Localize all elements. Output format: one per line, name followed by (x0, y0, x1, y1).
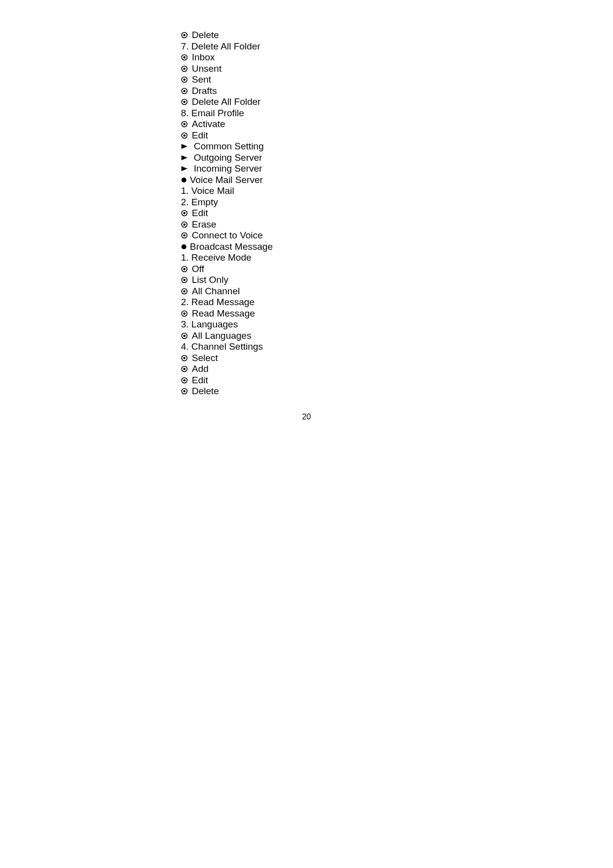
bullet-circle-dot-icon (181, 330, 190, 342)
list-item: Edit (181, 375, 428, 386)
list-item-label: Edit (192, 130, 208, 141)
list-item-label: Edit (192, 375, 208, 386)
list-item: List Only (181, 274, 428, 286)
svg-point-36 (183, 334, 186, 337)
bullet-circle-dot-icon (181, 96, 190, 108)
bullet-circle-dot-icon (181, 286, 190, 297)
bullet-circle-dot-icon (181, 208, 190, 219)
svg-point-34 (183, 312, 186, 315)
list-item-label: Connect to Voice (192, 230, 263, 241)
list-item: Edit (181, 130, 428, 141)
svg-point-1 (183, 34, 186, 37)
list-item-label: 1. Receive Mode (181, 252, 252, 264)
svg-point-38 (183, 357, 186, 359)
svg-point-19 (181, 178, 186, 183)
list-item: Incoming Server (181, 163, 428, 175)
list-item-label: Delete (192, 30, 219, 41)
svg-marker-16 (181, 144, 187, 149)
svg-point-42 (183, 379, 186, 381)
svg-point-3 (183, 56, 186, 59)
list-item-label: 7. Delete All Folder (181, 41, 261, 52)
list-item-label: List Only (192, 274, 228, 286)
list-item: Inbox (181, 52, 428, 63)
list-item: Select (181, 353, 428, 364)
bullet-circle-dot-icon (181, 52, 190, 63)
list-item: 3. Languages (181, 319, 428, 330)
bullet-circle-dot-icon (181, 264, 190, 275)
bullet-circle-dot-icon (181, 386, 190, 397)
bullet-circle-dot-icon (181, 119, 190, 130)
bullet-circle-dot-icon (181, 86, 190, 97)
list-item-label: Incoming Server (194, 163, 262, 175)
list-item: 1. Receive Mode (181, 252, 428, 264)
svg-point-32 (183, 290, 186, 292)
list-item: 1. Voice Mail (181, 185, 428, 197)
bullet-circle-dot-icon (181, 74, 190, 86)
svg-marker-17 (181, 155, 187, 160)
list-item: Drafts (181, 86, 428, 97)
list-item: Broadcast Message (181, 241, 428, 253)
bullet-circle-dot-icon (181, 63, 190, 75)
list-item-label: Sent (192, 74, 211, 86)
bullet-circle-dot-icon (181, 308, 190, 320)
list-item: Read Message (181, 308, 428, 320)
list-item-label: 2. Read Message (181, 297, 255, 308)
bullet-circle-dot-icon (181, 274, 190, 286)
outline-list: Delete7. Delete All FolderInboxUnsentSen… (181, 30, 428, 397)
list-item-label: Add (192, 364, 209, 375)
list-item-label: Select (192, 353, 218, 364)
list-item-label: All Channel (192, 286, 240, 297)
svg-point-15 (183, 134, 186, 137)
svg-point-23 (183, 223, 186, 226)
list-item-label: Outgoing Server (194, 152, 262, 164)
bullet-disc-icon (181, 175, 190, 186)
list-item-label: 2. Empty (181, 197, 218, 208)
list-item: Connect to Voice (181, 230, 428, 241)
list-item: Erase (181, 219, 428, 230)
list-item: Edit (181, 208, 428, 219)
list-item-label: Voice Mail Server (190, 175, 263, 186)
list-item: 2. Read Message (181, 297, 428, 308)
list-item: Outgoing Server (181, 152, 428, 164)
list-item-label: Delete All Folder (192, 96, 261, 108)
list-item-label: Inbox (192, 52, 215, 63)
svg-point-13 (183, 123, 186, 126)
svg-point-5 (183, 67, 186, 70)
svg-point-26 (181, 244, 186, 249)
list-item: Delete All Folder (181, 96, 428, 108)
list-item: Delete (181, 386, 428, 397)
list-item: All Channel (181, 286, 428, 297)
bullet-circle-dot-icon (181, 30, 190, 41)
list-item: Activate (181, 119, 428, 130)
list-item: 2. Empty (181, 197, 428, 208)
bullet-circle-dot-icon (181, 130, 190, 141)
list-item-label: 3. Languages (181, 319, 238, 330)
svg-point-25 (183, 234, 186, 237)
list-item: All Languages (181, 330, 428, 342)
list-item-label: Off (192, 264, 204, 275)
list-item: Add (181, 364, 428, 375)
bullet-circle-dot-icon (181, 219, 190, 230)
list-item-label: Unsent (192, 63, 221, 75)
svg-point-21 (183, 212, 186, 215)
svg-point-40 (183, 368, 186, 370)
svg-point-44 (183, 390, 186, 393)
bullet-circle-dot-icon (181, 375, 190, 386)
bullet-circle-dot-icon (181, 353, 190, 364)
bullet-circle-dot-icon (181, 364, 190, 375)
bullet-circle-dot-icon (181, 230, 190, 241)
list-item: Common Setting (181, 141, 428, 152)
svg-point-28 (183, 268, 186, 270)
svg-point-30 (183, 279, 186, 281)
bullet-triangle-icon (181, 141, 190, 152)
svg-marker-18 (181, 166, 187, 171)
svg-point-11 (183, 101, 186, 103)
svg-point-9 (183, 90, 186, 92)
list-item: 7. Delete All Folder (181, 41, 428, 52)
list-item: Sent (181, 74, 428, 86)
svg-point-7 (183, 79, 186, 81)
list-item-label: Edit (192, 208, 208, 219)
list-item-label: Erase (192, 219, 217, 230)
bullet-triangle-icon (181, 152, 190, 164)
list-item-label: Read Message (192, 308, 255, 320)
